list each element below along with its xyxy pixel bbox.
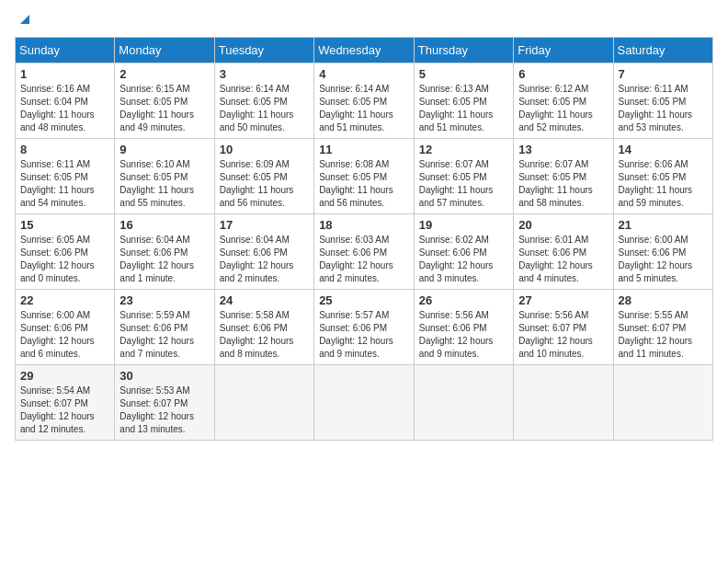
day-number: 1	[20, 67, 109, 81]
day-number: 6	[518, 67, 608, 81]
calendar-day-cell: 22 Sunrise: 6:00 AMSunset: 6:06 PMDaylig…	[16, 290, 115, 365]
calendar-day-cell: 20 Sunrise: 6:01 AMSunset: 6:06 PMDaylig…	[514, 214, 613, 290]
calendar-day-cell: 16 Sunrise: 6:04 AMSunset: 6:06 PMDaylig…	[115, 214, 214, 290]
day-of-week-header: Thursday	[414, 38, 513, 63]
day-info: Sunrise: 6:00 AMSunset: 6:06 PMDaylight:…	[619, 235, 693, 283]
day-info: Sunrise: 6:13 AMSunset: 6:05 PMDaylight:…	[419, 84, 494, 132]
calendar-day-cell: 2 Sunrise: 6:15 AMSunset: 6:05 PMDayligh…	[115, 63, 214, 139]
calendar-day-cell: 13 Sunrise: 6:07 AMSunset: 6:05 PMDaylig…	[514, 139, 613, 214]
day-info: Sunrise: 6:06 AMSunset: 6:05 PMDaylight:…	[619, 159, 693, 208]
day-number: 5	[419, 67, 508, 81]
calendar-day-cell: 11 Sunrise: 6:08 AMSunset: 6:05 PMDaylig…	[314, 139, 415, 214]
day-info: Sunrise: 5:55 AMSunset: 6:07 PMDaylight:…	[619, 310, 693, 359]
calendar-week-row: 29 Sunrise: 5:54 AMSunset: 6:07 PMDaylig…	[16, 365, 713, 441]
day-number: 15	[20, 218, 109, 232]
calendar-day-cell: 26 Sunrise: 5:56 AMSunset: 6:06 PMDaylig…	[414, 290, 513, 365]
day-info: Sunrise: 6:16 AMSunset: 6:04 PMDaylight:…	[20, 84, 95, 132]
day-number: 16	[119, 218, 209, 232]
day-of-week-header: Saturday	[613, 38, 712, 63]
calendar-day-cell: 3 Sunrise: 6:14 AMSunset: 6:05 PMDayligh…	[214, 63, 313, 139]
calendar-week-row: 15 Sunrise: 6:05 AMSunset: 6:06 PMDaylig…	[16, 214, 713, 290]
day-number: 28	[619, 293, 708, 307]
calendar-day-cell: 8 Sunrise: 6:11 AMSunset: 6:05 PMDayligh…	[16, 139, 115, 214]
day-info: Sunrise: 5:56 AMSunset: 6:06 PMDaylight:…	[419, 310, 494, 359]
day-number: 19	[419, 218, 508, 232]
calendar-day-cell: 25 Sunrise: 5:57 AMSunset: 6:06 PMDaylig…	[314, 290, 415, 365]
day-info: Sunrise: 5:56 AMSunset: 6:07 PMDaylight:…	[518, 310, 593, 359]
day-number: 9	[119, 143, 209, 156]
day-info: Sunrise: 6:09 AMSunset: 6:05 PMDaylight:…	[220, 159, 294, 208]
calendar-day-cell: 1 Sunrise: 6:16 AMSunset: 6:04 PMDayligh…	[16, 63, 115, 139]
day-number: 25	[319, 293, 409, 307]
calendar-day-cell: 17 Sunrise: 6:04 AMSunset: 6:06 PMDaylig…	[214, 214, 313, 290]
page-header	[15, 15, 713, 28]
calendar-week-row: 1 Sunrise: 6:16 AMSunset: 6:04 PMDayligh…	[16, 63, 713, 139]
calendar-day-cell: 23 Sunrise: 5:59 AMSunset: 6:06 PMDaylig…	[115, 290, 214, 365]
day-number: 3	[220, 67, 309, 81]
day-info: Sunrise: 6:05 AMSunset: 6:06 PMDaylight:…	[20, 235, 95, 283]
calendar-day-cell: 28 Sunrise: 5:55 AMSunset: 6:07 PMDaylig…	[613, 290, 712, 365]
day-info: Sunrise: 6:10 AMSunset: 6:05 PMDaylight:…	[119, 159, 194, 208]
day-number: 29	[20, 369, 109, 383]
calendar-day-cell: 12 Sunrise: 6:07 AMSunset: 6:05 PMDaylig…	[414, 139, 513, 214]
day-number: 13	[518, 143, 608, 156]
calendar-day-cell	[613, 365, 712, 441]
day-of-week-header: Tuesday	[214, 38, 313, 63]
day-info: Sunrise: 6:12 AMSunset: 6:05 PMDaylight:…	[518, 84, 593, 132]
day-number: 4	[319, 67, 409, 81]
day-number: 20	[518, 218, 608, 232]
logo-icon	[17, 11, 33, 28]
day-info: Sunrise: 5:53 AMSunset: 6:07 PMDaylight:…	[119, 385, 194, 434]
day-of-week-header: Sunday	[16, 38, 115, 63]
day-number: 23	[119, 293, 209, 307]
day-info: Sunrise: 5:59 AMSunset: 6:06 PMDaylight:…	[119, 310, 194, 359]
day-number: 27	[518, 293, 608, 307]
day-number: 10	[220, 143, 309, 156]
calendar-day-cell: 5 Sunrise: 6:13 AMSunset: 6:05 PMDayligh…	[414, 63, 513, 139]
day-info: Sunrise: 6:11 AMSunset: 6:05 PMDaylight:…	[20, 159, 95, 208]
day-number: 7	[619, 67, 708, 81]
day-info: Sunrise: 5:57 AMSunset: 6:06 PMDaylight:…	[319, 310, 393, 359]
calendar-header-row: SundayMondayTuesdayWednesdayThursdayFrid…	[16, 38, 713, 63]
svg-marker-0	[20, 15, 29, 24]
calendar-day-cell: 7 Sunrise: 6:11 AMSunset: 6:05 PMDayligh…	[613, 63, 712, 139]
day-info: Sunrise: 6:03 AMSunset: 6:06 PMDaylight:…	[319, 235, 393, 283]
day-number: 8	[20, 143, 109, 156]
day-info: Sunrise: 6:15 AMSunset: 6:05 PMDaylight:…	[119, 84, 194, 132]
day-number: 17	[220, 218, 309, 232]
day-of-week-header: Friday	[514, 38, 613, 63]
day-number: 12	[419, 143, 508, 156]
calendar-day-cell: 24 Sunrise: 5:58 AMSunset: 6:06 PMDaylig…	[214, 290, 313, 365]
day-number: 2	[119, 67, 209, 81]
day-info: Sunrise: 6:14 AMSunset: 6:05 PMDaylight:…	[319, 84, 393, 132]
day-info: Sunrise: 6:00 AMSunset: 6:06 PMDaylight:…	[20, 310, 95, 359]
logo	[15, 15, 33, 28]
calendar-day-cell: 19 Sunrise: 6:02 AMSunset: 6:06 PMDaylig…	[414, 214, 513, 290]
calendar-day-cell	[414, 365, 513, 441]
day-number: 18	[319, 218, 409, 232]
day-info: Sunrise: 6:07 AMSunset: 6:05 PMDaylight:…	[419, 159, 494, 208]
day-number: 22	[20, 293, 109, 307]
day-info: Sunrise: 6:01 AMSunset: 6:06 PMDaylight:…	[518, 235, 593, 283]
day-info: Sunrise: 6:04 AMSunset: 6:06 PMDaylight:…	[119, 235, 194, 283]
day-number: 24	[220, 293, 309, 307]
calendar-day-cell: 27 Sunrise: 5:56 AMSunset: 6:07 PMDaylig…	[514, 290, 613, 365]
calendar-day-cell: 4 Sunrise: 6:14 AMSunset: 6:05 PMDayligh…	[314, 63, 415, 139]
day-number: 30	[119, 369, 209, 383]
calendar-day-cell	[214, 365, 313, 441]
day-number: 11	[319, 143, 409, 156]
calendar-day-cell	[514, 365, 613, 441]
day-number: 26	[419, 293, 508, 307]
day-info: Sunrise: 6:14 AMSunset: 6:05 PMDaylight:…	[220, 84, 294, 132]
calendar-day-cell: 21 Sunrise: 6:00 AMSunset: 6:06 PMDaylig…	[613, 214, 712, 290]
day-number: 14	[619, 143, 708, 156]
day-info: Sunrise: 6:07 AMSunset: 6:05 PMDaylight:…	[518, 159, 593, 208]
day-info: Sunrise: 5:58 AMSunset: 6:06 PMDaylight:…	[220, 310, 294, 359]
calendar-week-row: 8 Sunrise: 6:11 AMSunset: 6:05 PMDayligh…	[16, 139, 713, 214]
calendar-day-cell	[314, 365, 415, 441]
calendar-day-cell: 30 Sunrise: 5:53 AMSunset: 6:07 PMDaylig…	[115, 365, 214, 441]
day-of-week-header: Wednesday	[314, 38, 415, 63]
calendar-day-cell: 15 Sunrise: 6:05 AMSunset: 6:06 PMDaylig…	[16, 214, 115, 290]
calendar-day-cell: 29 Sunrise: 5:54 AMSunset: 6:07 PMDaylig…	[16, 365, 115, 441]
calendar-day-cell: 18 Sunrise: 6:03 AMSunset: 6:06 PMDaylig…	[314, 214, 415, 290]
